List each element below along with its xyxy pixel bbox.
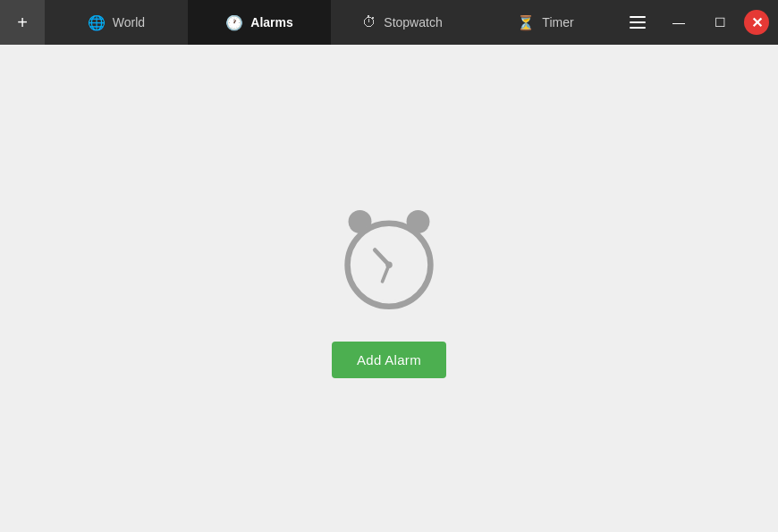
tab-stopwatch[interactable]: ⏱ Stopwatch bbox=[331, 0, 474, 45]
tab-timer-label: Timer bbox=[542, 15, 573, 30]
tab-world-label: World bbox=[113, 15, 145, 30]
tab-alarms-label: Alarms bbox=[250, 15, 292, 30]
svg-point-6 bbox=[385, 262, 392, 268]
alarm-clock-icon bbox=[331, 198, 447, 315]
close-icon: ✕ bbox=[751, 14, 763, 31]
minimize-icon: — bbox=[672, 15, 685, 30]
tab-stopwatch-label: Stopwatch bbox=[384, 15, 442, 30]
tab-alarms[interactable]: 🕐 Alarms bbox=[188, 0, 331, 45]
world-icon: 🌐 bbox=[88, 14, 106, 31]
tab-timer[interactable]: ⏳ Timer bbox=[474, 0, 617, 45]
menu-button[interactable] bbox=[617, 0, 658, 45]
maximize-button[interactable]: ☐ bbox=[699, 0, 740, 45]
close-button[interactable]: ✕ bbox=[744, 10, 769, 35]
alarms-icon: 🕐 bbox=[225, 14, 243, 31]
add-alarm-button[interactable]: Add Alarm bbox=[332, 342, 446, 378]
window-controls: — ☐ ✕ bbox=[617, 0, 778, 45]
main-content: Add Alarm bbox=[0, 45, 778, 532]
alarm-illustration bbox=[331, 198, 447, 315]
hamburger-icon bbox=[630, 16, 646, 29]
tab-world[interactable]: 🌐 World bbox=[45, 0, 188, 45]
add-tab-button[interactable]: + bbox=[0, 0, 45, 45]
timer-icon: ⏳ bbox=[517, 14, 535, 31]
minimize-button[interactable]: — bbox=[658, 0, 699, 45]
titlebar: + 🌐 World 🕐 Alarms ⏱ Stopwatch ⏳ Timer — bbox=[0, 0, 778, 45]
stopwatch-icon: ⏱ bbox=[362, 14, 376, 30]
maximize-icon: ☐ bbox=[715, 15, 726, 30]
